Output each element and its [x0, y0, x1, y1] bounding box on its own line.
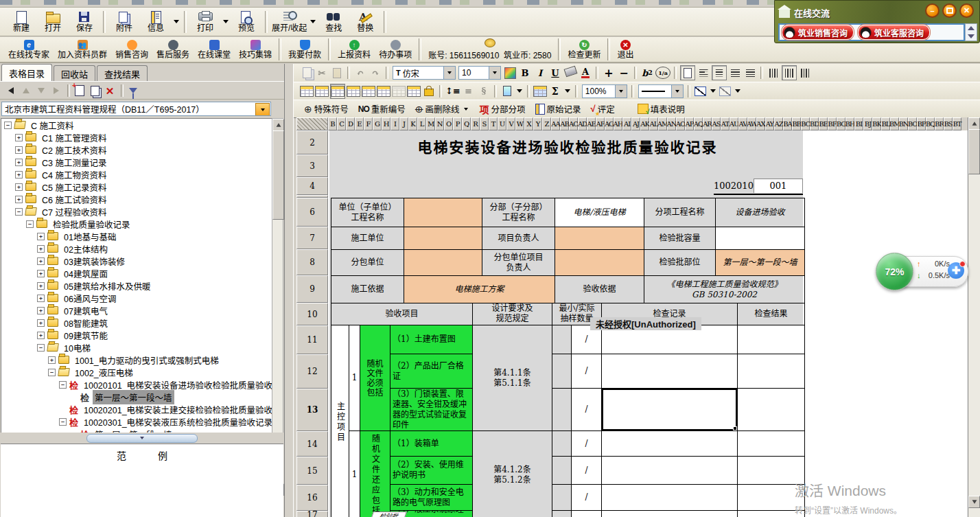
expand-toggle[interactable]: +	[15, 146, 23, 154]
editor-scroll-down-button[interactable]	[968, 496, 980, 508]
column-header-BP[interactable]: BP	[917, 117, 926, 130]
sidebar-splitter[interactable]	[0, 433, 284, 444]
row-header-16[interactable]: 16	[296, 485, 328, 511]
column-header-Z[interactable]: Z	[542, 117, 551, 130]
result-cell[interactable]	[738, 354, 805, 389]
expand-toggle[interactable]: +	[37, 307, 45, 314]
collapse-toggle[interactable]: −	[59, 381, 67, 389]
preview-button[interactable]: 预览	[232, 9, 261, 35]
result-cell[interactable]	[738, 511, 805, 517]
tree-item[interactable]: +06通风与空调	[37, 292, 118, 304]
tree-item[interactable]: −检验批质量验收记录	[26, 218, 132, 230]
column-header-AB[interactable]: AB	[560, 117, 569, 130]
line-spacing-decrease-button[interactable]: ≡	[462, 84, 476, 98]
tree-item[interactable]: +07建筑电气	[37, 304, 110, 317]
editor-scroll-up-button[interactable]	[968, 117, 980, 130]
online-class-button[interactable]: 在线课堂	[198, 37, 231, 62]
standard-select[interactable]: 北京市建筑工程资料管理规程（DB11／T695-2017）	[1, 102, 271, 116]
expand-toggle[interactable]: +	[15, 159, 23, 166]
expand-toggle[interactable]: +	[15, 171, 23, 179]
column-header-AP[interactable]: AP	[685, 117, 694, 130]
tree-item[interactable]: −1002_液压电梯	[48, 366, 135, 378]
column-header-BC[interactable]: BC	[801, 117, 810, 130]
align-center-button[interactable]	[712, 65, 727, 80]
lock-button[interactable]	[422, 84, 436, 98]
column-header-AZ[interactable]: AZ	[774, 117, 783, 130]
diagonal2-dropdown-arrow[interactable]	[735, 89, 740, 93]
tree-item[interactable]: +09建筑节能	[37, 329, 110, 341]
row-header-12[interactable]: 12	[296, 354, 328, 389]
evaluate-button[interactable]: √评定	[591, 102, 615, 115]
column-header-AF[interactable]: AF	[596, 117, 605, 130]
row-header-15[interactable]: 15	[296, 457, 328, 485]
column-header-AY[interactable]: AY	[765, 117, 774, 130]
expand-toggle[interactable]: +	[37, 295, 45, 302]
expand-toggle[interactable]: +	[48, 356, 56, 364]
sales-consult-button[interactable]: 销售咨询	[115, 37, 148, 62]
column-header-P[interactable]: P	[453, 117, 462, 130]
underline-button[interactable]: U	[548, 66, 562, 80]
column-header-B[interactable]: B	[328, 117, 337, 130]
input-cell[interactable]	[404, 198, 482, 227]
editor-scrollbar[interactable]	[968, 117, 980, 517]
diagonal-border2-button[interactable]	[719, 84, 732, 98]
insert-col-right-button[interactable]	[330, 84, 345, 99]
column-header-AG[interactable]: AG	[605, 117, 614, 130]
column-header-AW[interactable]: AW	[747, 117, 756, 130]
info-cell[interactable]: 电梯/液压电梯	[555, 198, 644, 227]
tree-item[interactable]: 检10020201_电梯安装土建交接检验检验批质量验收	[59, 403, 272, 415]
tab-table-catalog[interactable]: 表格目录	[1, 64, 52, 81]
record-cell[interactable]	[602, 511, 738, 517]
strikethrough-button[interactable]: ⊕画删除线	[415, 102, 470, 115]
column-header-N[interactable]: N	[435, 117, 444, 130]
superscript-button[interactable]: b2	[640, 66, 654, 80]
column-header-AJ[interactable]: AJ	[631, 117, 640, 130]
font-family-select[interactable]: T仿宋	[393, 66, 456, 80]
expand-toggle[interactable]: +	[15, 196, 23, 203]
insert-col-left-button[interactable]	[300, 84, 314, 98]
info-button[interactable]: 信息	[141, 9, 170, 35]
line-dropdown-button[interactable]	[671, 85, 683, 97]
service-qq-button[interactable]: 筑业客服咨询	[858, 25, 930, 40]
zoom-dropdown-button[interactable]	[615, 85, 627, 97]
record-cell[interactable]	[602, 485, 738, 511]
shading-button[interactable]	[392, 84, 406, 98]
input-cell[interactable]	[555, 250, 644, 276]
column-header-K[interactable]: K	[408, 117, 417, 130]
sales-qq-button[interactable]: 筑业销售咨询	[782, 25, 854, 40]
cell-format-button[interactable]	[533, 84, 547, 98]
fraction-button[interactable]: 1/a	[655, 67, 670, 79]
diagonal-border-button[interactable]	[694, 84, 708, 98]
column-header-BA[interactable]: BA	[783, 117, 792, 130]
link-button[interactable]: §	[477, 84, 491, 98]
column-header-F[interactable]: F	[364, 117, 373, 130]
nav-down-button[interactable]	[34, 84, 48, 97]
collapse-toggle[interactable]: −	[59, 418, 67, 426]
redo-button[interactable]: ↷	[369, 66, 382, 80]
expand-toggle[interactable]: +	[37, 282, 45, 290]
find-expert-button[interactable]: e在线找专家	[8, 37, 49, 62]
format-painter-button[interactable]	[503, 66, 517, 80]
result-cell[interactable]	[738, 457, 805, 485]
tree-item[interactable]: +01地基与基础	[37, 230, 118, 242]
align-justify-button[interactable]	[743, 66, 757, 80]
expand-toggle[interactable]: +	[37, 233, 45, 240]
column-header-AM[interactable]: AM	[658, 117, 667, 130]
merge-cell-button[interactable]	[377, 84, 390, 98]
chat-close-button[interactable]: ✕	[959, 3, 974, 18]
align-left-button[interactable]	[697, 66, 710, 80]
tree-item[interactable]: +05建筑给水排水及供暖	[37, 279, 152, 292]
tree-item[interactable]: +03建筑装饰装修	[37, 255, 127, 267]
expand-toggle[interactable]: +	[15, 183, 23, 191]
info-dropdown-arrow[interactable]	[174, 20, 179, 23]
tree-item[interactable]: +C2 施工技术资料	[15, 143, 108, 156]
column-header-BS[interactable]: BS	[944, 117, 953, 130]
result-cell[interactable]	[738, 431, 805, 457]
column-header-BI[interactable]: BI	[854, 117, 863, 130]
tree-item[interactable]: −C 施工资料	[4, 119, 76, 131]
input-cell[interactable]	[404, 227, 482, 250]
bold-button[interactable]: B	[518, 66, 532, 80]
font-color-button[interactable]: A	[579, 66, 592, 80]
panel-splitter[interactable]	[285, 64, 294, 517]
serial-cell[interactable]: 001	[754, 179, 803, 193]
